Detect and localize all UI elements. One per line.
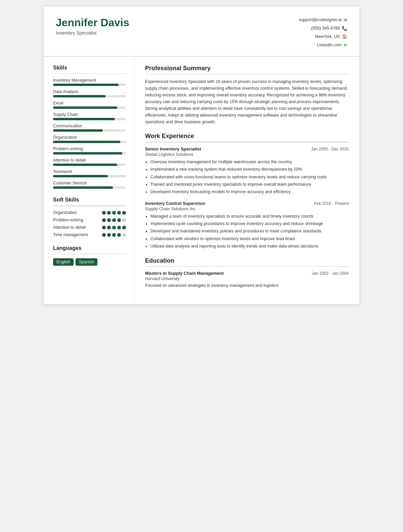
dot-filled: [107, 218, 111, 222]
soft-skills-title: Soft Skills: [53, 197, 126, 203]
skill-item: Organization: [53, 135, 126, 143]
job-bullet: Collaborated with cross-functional teams…: [150, 174, 349, 180]
skill-bar-track: [53, 164, 126, 166]
main-content: Professional Summary Experienced Invento…: [134, 57, 359, 304]
languages-section: Languages EnglishSpanish: [53, 245, 126, 266]
skill-name: Excel: [53, 101, 126, 105]
contact-phone: (555) 345-6789 📞: [299, 25, 347, 33]
job-bullet: Managed a team of inventory specialists …: [150, 213, 349, 220]
edu-header: Masters in Supply Chain Management Jan 2…: [145, 271, 349, 276]
resume-header: Jennifer Davis Inventory Specialist supp…: [44, 7, 359, 57]
job-bullet: Collaborated with vendors to optimize in…: [150, 236, 349, 242]
skill-item: Customer Service: [53, 181, 126, 189]
dot-filled: [122, 226, 126, 229]
dot-filled: [107, 233, 111, 237]
edu-school: Harvard University: [145, 276, 349, 281]
job-title: Inventory Control Supervisor: [145, 201, 206, 206]
dot-filled: [107, 211, 111, 215]
job-header: Senior Inventory Specialist Jan 2005 - D…: [145, 146, 349, 151]
skill-bar-fill: [53, 141, 120, 143]
resume-container: Jennifer Davis Inventory Specialist supp…: [44, 7, 359, 304]
skill-item: Problem-solving: [53, 146, 126, 154]
skill-name: Customer Service: [53, 181, 126, 185]
skill-item: Excel: [53, 101, 126, 109]
skill-bar-fill: [53, 175, 108, 177]
phone-text: (555) 345-6789: [311, 25, 340, 33]
soft-skill-name: Time management: [53, 232, 102, 237]
edu-desc: Focused on advanced strategies in invent…: [145, 282, 349, 289]
education-section: Education Masters in Supply Chain Manage…: [145, 257, 349, 289]
job-dates: Feb 2016 - Present: [314, 201, 349, 206]
dot-filled: [107, 226, 111, 229]
soft-skill-item: Attention to detail: [53, 225, 126, 230]
skills-section: Skills Inventory Management Data Analysi…: [53, 65, 126, 189]
location-text: NewYork, US: [315, 33, 340, 41]
skill-bar-track: [53, 152, 126, 154]
skill-bar-track: [53, 141, 126, 143]
job-bullet: Trained and mentored junior inventory sp…: [150, 181, 349, 188]
skill-name: Communication: [53, 124, 126, 128]
skill-name: Teamwork: [53, 169, 126, 174]
dot-filled: [122, 211, 126, 215]
skill-item: Teamwork: [53, 169, 126, 177]
soft-skill-name: Problem-solving: [53, 218, 102, 222]
soft-skills-section: Soft Skills Organization Problem-solving…: [53, 197, 126, 237]
edu-degree: Masters in Supply Chain Management: [145, 271, 224, 276]
language-tag: English: [53, 258, 74, 266]
dot-filled: [117, 211, 121, 215]
job-bullet: Implemented a new tracking system that r…: [150, 166, 349, 173]
job-title: Senior Inventory Specialist: [145, 146, 201, 151]
dots-container: [102, 210, 126, 215]
skill-bar-track: [53, 175, 126, 177]
education-item: Masters in Supply Chain Management Jan 2…: [145, 271, 349, 289]
skill-item: Supply Chain: [53, 112, 126, 120]
skill-name: Attention to detail: [53, 158, 126, 163]
email-text: support@cvdesigner.ai: [299, 16, 342, 24]
contact-linkedin: LinkedIn.com in: [299, 41, 347, 49]
job-bullet: Oversaw inventory management for multipl…: [150, 159, 349, 165]
skill-name: Organization: [53, 135, 126, 140]
job-item: Senior Inventory Specialist Jan 2005 - D…: [145, 146, 349, 195]
skill-bar-fill: [53, 186, 113, 189]
job-company: Supply Chain Solutions Inc.: [145, 207, 349, 211]
skill-bar-fill: [53, 164, 117, 166]
jobs-list: Senior Inventory Specialist Jan 2005 - D…: [145, 146, 349, 250]
skill-bar-fill: [53, 95, 105, 97]
skill-name: Inventory Management: [53, 78, 126, 83]
languages-title: Languages: [53, 245, 126, 251]
skill-bar-track: [53, 106, 126, 109]
summary-title: Professional Summary: [145, 65, 349, 72]
dot-filled: [112, 233, 116, 237]
candidate-name: Jennifer Davis: [56, 16, 129, 29]
dots-container: [102, 218, 126, 222]
skill-bar-track: [53, 95, 126, 97]
soft-skills-list: Organization Problem-solving Attention t…: [53, 210, 126, 237]
skills-divider: [53, 74, 126, 74]
phone-icon: 📞: [342, 25, 347, 33]
skill-bar-fill: [53, 84, 119, 86]
contact-location: NewYork, US 🏠: [299, 33, 347, 41]
skill-name: Data Analysis: [53, 89, 126, 94]
skill-item: Inventory Management: [53, 78, 126, 86]
job-bullet: Utilized data analysis and reporting too…: [150, 243, 349, 250]
job-bullets: Oversaw inventory management for multipl…: [145, 159, 349, 195]
dots-container: [102, 225, 126, 229]
job-company: Global Logistics Solutions: [145, 152, 349, 157]
skill-name: Supply Chain: [53, 112, 126, 117]
skill-item: Attention to detail: [53, 158, 126, 166]
job-item: Inventory Control Supervisor Feb 2016 - …: [145, 201, 349, 250]
sidebar: Skills Inventory Management Data Analysi…: [44, 57, 134, 304]
dot-filled: [102, 233, 106, 237]
skill-item: Communication: [53, 124, 126, 132]
header-left: Jennifer Davis Inventory Specialist: [56, 16, 129, 36]
skill-bar-fill: [53, 118, 115, 120]
skill-item: Data Analysis: [53, 89, 126, 97]
resume-body: Skills Inventory Management Data Analysi…: [44, 57, 359, 304]
education-title: Education: [145, 257, 349, 264]
languages-divider: [53, 254, 126, 255]
education-list: Masters in Supply Chain Management Jan 2…: [145, 271, 349, 289]
dots-container: [102, 232, 126, 237]
soft-skills-divider: [53, 206, 126, 206]
soft-skill-name: Attention to detail: [53, 225, 102, 230]
skills-list: Inventory Management Data Analysis Excel…: [53, 78, 126, 189]
